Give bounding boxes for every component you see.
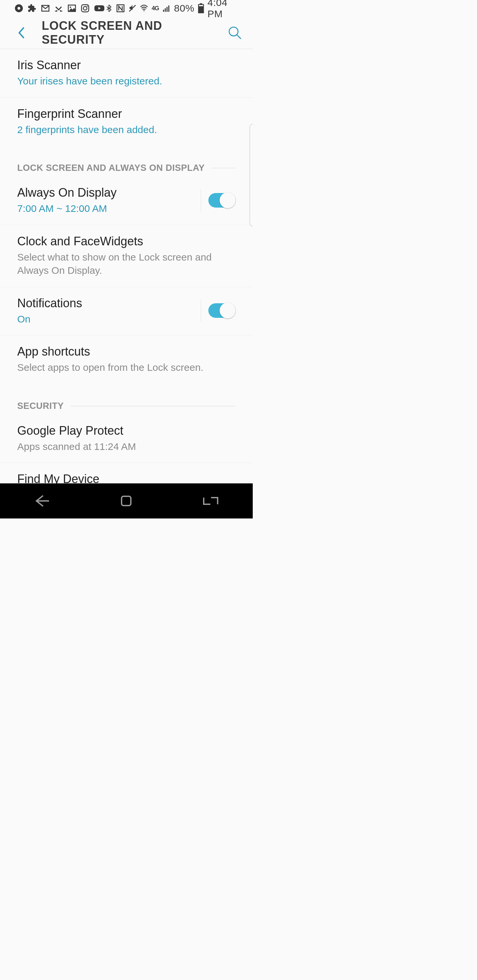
section-label: SECURITY xyxy=(17,401,64,411)
bluetooth-icon xyxy=(105,4,113,13)
svg-rect-12 xyxy=(163,10,164,11)
svg-line-20 xyxy=(237,35,241,38)
wifi-icon xyxy=(140,4,148,13)
row-clock-facewidgets[interactable]: Clock and FaceWidgets Select what to sho… xyxy=(0,225,253,287)
toggle-always-on-display[interactable] xyxy=(208,193,236,208)
row-google-play-protect[interactable]: Google Play Protect Apps scanned at 11:2… xyxy=(0,415,253,463)
svg-rect-15 xyxy=(168,6,169,12)
svg-point-19 xyxy=(229,27,238,36)
row-title: Notifications xyxy=(17,296,195,310)
row-title: Clock and FaceWidgets xyxy=(17,234,236,249)
row-subtitle: On xyxy=(17,313,195,326)
nav-home-icon xyxy=(120,494,133,508)
svg-point-1 xyxy=(18,7,21,10)
row-subtitle: Your irises have been registered. xyxy=(17,75,236,88)
navigation-bar xyxy=(0,484,253,519)
row-subtitle: 2 fingerprints have been added. xyxy=(17,123,236,137)
svg-rect-14 xyxy=(166,7,167,12)
mute-icon xyxy=(128,4,136,13)
divider xyxy=(70,406,236,406)
missed-call-icon xyxy=(54,4,63,13)
toggle-notifications[interactable] xyxy=(208,303,236,318)
nfc-icon xyxy=(116,4,124,13)
svg-rect-18 xyxy=(198,6,203,13)
back-button[interactable] xyxy=(13,24,30,41)
settings-gear-solid-icon xyxy=(14,4,23,13)
settings-list[interactable]: Iris Scanner Your irises have been regis… xyxy=(0,49,253,484)
row-find-my-device[interactable]: Find My Device xyxy=(0,463,253,484)
chevron-left-icon xyxy=(17,26,26,40)
row-subtitle: Select what to show on the Lock screen a… xyxy=(17,251,236,277)
row-iris-scanner[interactable]: Iris Scanner Your irises have been regis… xyxy=(0,49,253,98)
section-header-lockscreen: LOCK SCREEN AND ALWAYS ON DISPLAY xyxy=(0,146,253,177)
status-bar: 4G 80% 4:04 PM xyxy=(0,0,253,17)
row-app-shortcuts[interactable]: App shortcuts Select apps to open from t… xyxy=(0,336,253,384)
svg-rect-13 xyxy=(164,8,166,12)
edge-panel-handle[interactable] xyxy=(249,124,253,226)
row-subtitle: 7:00 AM ~ 12:00 AM xyxy=(17,202,195,216)
app-bar: LOCK SCREEN AND SECURITY xyxy=(0,17,253,49)
svg-point-7 xyxy=(87,6,88,6)
page-title: LOCK SCREEN AND SECURITY xyxy=(42,19,226,47)
row-title: App shortcuts xyxy=(17,344,236,359)
photo-icon xyxy=(68,4,76,13)
divider xyxy=(211,168,236,168)
svg-point-6 xyxy=(83,6,87,10)
nav-recents-button[interactable] xyxy=(191,491,231,511)
row-title: Google Play Protect xyxy=(17,423,236,438)
network-type: 4G xyxy=(152,5,159,12)
extension-icon xyxy=(28,4,37,13)
svg-point-4 xyxy=(70,6,71,8)
youtube-icon xyxy=(94,4,105,13)
svg-rect-22 xyxy=(121,496,131,506)
search-button[interactable] xyxy=(226,24,244,41)
section-header-security: SECURITY xyxy=(0,384,253,415)
signal-icon xyxy=(162,4,171,13)
battery-icon xyxy=(198,3,204,13)
nav-back-button[interactable] xyxy=(22,491,62,511)
row-title: Iris Scanner xyxy=(17,57,236,73)
instagram-icon xyxy=(81,4,89,13)
section-label: LOCK SCREEN AND ALWAYS ON DISPLAY xyxy=(17,163,205,173)
row-subtitle: Apps scanned at 11:24 AM xyxy=(17,440,236,453)
battery-percent: 80% xyxy=(174,3,195,14)
row-notifications[interactable]: Notifications On xyxy=(0,287,253,336)
nav-recents-icon xyxy=(202,494,220,508)
row-fingerprint-scanner[interactable]: Fingerprint Scanner 2 fingerprints have … xyxy=(0,98,253,146)
row-title: Fingerprint Scanner xyxy=(17,106,236,121)
row-always-on-display[interactable]: Always On Display 7:00 AM ~ 12:00 AM xyxy=(0,177,253,225)
nav-home-button[interactable] xyxy=(106,491,146,511)
status-left-icons xyxy=(14,4,105,13)
row-subtitle: Select apps to open from the Lock screen… xyxy=(17,361,236,374)
gmail-icon xyxy=(41,4,50,13)
nav-back-icon xyxy=(34,494,50,508)
svg-point-11 xyxy=(144,10,144,11)
row-title: Always On Display xyxy=(17,185,195,200)
search-icon xyxy=(228,26,242,40)
row-title: Find My Device xyxy=(17,471,236,484)
